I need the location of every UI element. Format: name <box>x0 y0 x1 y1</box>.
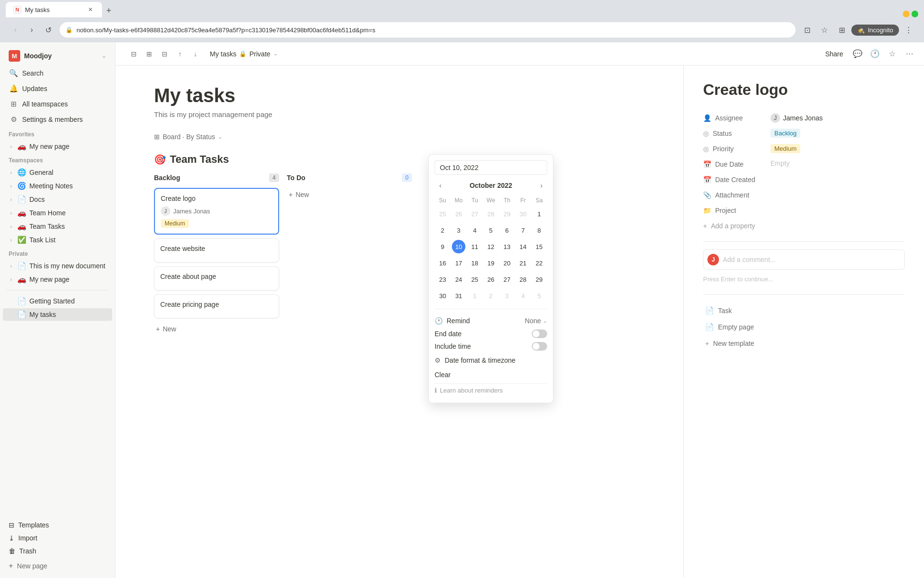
cal-day-2-2[interactable]: 11 <box>468 240 482 253</box>
browser-tab-active[interactable]: N My tasks ✕ <box>6 2 102 17</box>
date-input-field[interactable] <box>435 160 547 175</box>
more-options-button[interactable]: ⋯ <box>903 47 916 61</box>
star-button[interactable]: ☆ <box>817 22 832 38</box>
sidebar-item-search[interactable]: 🔍 Search <box>3 66 112 80</box>
cal-day-2-3[interactable]: 12 <box>484 240 498 253</box>
templates-button[interactable]: ⊟ Templates <box>3 519 112 531</box>
new-tab-button[interactable]: + <box>102 4 116 17</box>
incognito-button[interactable]: 🕵 Incognito <box>851 25 899 36</box>
reload-button[interactable]: ↺ <box>40 22 56 38</box>
clear-date-button[interactable]: Clear <box>435 368 547 381</box>
cal-day-4-5[interactable]: 28 <box>516 273 530 286</box>
remind-value-selector[interactable]: None ⌄ <box>525 317 547 325</box>
cal-day-0-0[interactable]: 25 <box>436 207 449 221</box>
option-empty-page[interactable]: 📄 Empty page <box>703 319 905 335</box>
status-value[interactable]: Backlog <box>770 129 905 138</box>
cal-day-2-6[interactable]: 15 <box>532 240 546 253</box>
card-create-about[interactable]: Create about page <box>154 266 279 290</box>
cal-day-1-5[interactable]: 7 <box>516 223 530 237</box>
option-new-template[interactable]: + New template <box>703 335 905 351</box>
comment-input-area[interactable]: J Add a comment... <box>703 250 905 270</box>
cal-day-2-5[interactable]: 14 <box>516 240 530 253</box>
cal-day-3-0[interactable]: 16 <box>436 256 449 270</box>
forward-button[interactable]: › <box>24 22 39 38</box>
cal-day-4-4[interactable]: 27 <box>500 273 513 286</box>
cal-day-4-2[interactable]: 25 <box>468 273 482 286</box>
cal-day-0-5[interactable]: 30 <box>516 207 530 221</box>
cal-day-0-2[interactable]: 27 <box>468 207 482 221</box>
cal-day-3-6[interactable]: 22 <box>532 256 546 270</box>
cal-day-1-0[interactable]: 2 <box>436 223 449 237</box>
sidebar-item-team-tasks[interactable]: › 🚗 Team Tasks <box>3 220 112 233</box>
extensions-button[interactable]: ⊞ <box>834 22 849 38</box>
cal-day-0-3[interactable]: 28 <box>484 207 498 221</box>
cal-day-4-3[interactable]: 26 <box>484 273 498 286</box>
cal-day-1-2[interactable]: 4 <box>468 223 482 237</box>
cal-day-1-1[interactable]: 3 <box>452 223 465 237</box>
cal-day-5-2[interactable]: 1 <box>468 289 482 302</box>
cal-day-1-3[interactable]: 5 <box>484 223 498 237</box>
priority-value[interactable]: Medium <box>770 144 905 153</box>
history-button[interactable]: 🕐 <box>868 47 882 61</box>
toggle-sidebar-button[interactable]: ⊟ <box>127 47 141 61</box>
minimize-button[interactable] <box>903 11 910 17</box>
cal-day-3-1[interactable]: 17 <box>452 256 465 270</box>
cal-day-1-4[interactable]: 6 <box>500 223 513 237</box>
cal-day-5-3[interactable]: 2 <box>484 289 498 302</box>
cal-day-3-5[interactable]: 21 <box>516 256 530 270</box>
date-format-row[interactable]: ⚙ Date format & timezone <box>435 353 547 368</box>
cal-day-0-1[interactable]: 26 <box>452 207 465 221</box>
learn-reminders-link[interactable]: ℹ Learn about reminders <box>435 383 547 397</box>
comment-button[interactable]: 💬 <box>851 47 864 61</box>
back-button[interactable]: ‹ <box>8 22 23 38</box>
sidebar-item-my-new-page-2[interactable]: › 🚗 My new page <box>3 273 112 286</box>
option-task[interactable]: 📄 Task <box>703 302 905 319</box>
maximize-button[interactable] <box>911 11 918 17</box>
due-date-value[interactable]: Empty <box>770 159 905 167</box>
sidebar-item-task-list[interactable]: › ✅ Task List <box>3 234 112 246</box>
nav-down-button[interactable]: ↓ <box>189 47 202 61</box>
cal-day-3-2[interactable]: 18 <box>468 256 482 270</box>
address-bar[interactable]: 🔒 notion.so/My-tasks-e6f34988812d420c875… <box>60 22 796 38</box>
cal-day-5-5[interactable]: 4 <box>516 289 530 302</box>
cal-day-2-4[interactable]: 13 <box>500 240 513 253</box>
card-create-pricing[interactable]: Create pricing page <box>154 294 279 318</box>
workspace-header[interactable]: M Moodjoy ⌄ <box>3 46 112 66</box>
favorite-button[interactable]: ☆ <box>886 47 899 61</box>
sidebar-item-general[interactable]: › 🌐 General <box>3 166 112 179</box>
sidebar-item-this-is-new-doc[interactable]: › 📄 This is my new document <box>3 260 112 272</box>
calendar-next-button[interactable]: › <box>536 180 547 191</box>
include-time-toggle[interactable] <box>532 342 547 351</box>
cal-day-5-6[interactable]: 5 <box>532 289 546 302</box>
sidebar-item-my-tasks[interactable]: 📄 My tasks <box>3 308 112 321</box>
sidebar-item-getting-started[interactable]: 📄 Getting Started <box>3 295 112 307</box>
tab-close-button[interactable]: ✕ <box>87 6 94 13</box>
more-button[interactable]: ⋮ <box>901 22 916 38</box>
cal-day-5-4[interactable]: 3 <box>500 289 513 302</box>
card-create-website[interactable]: Create website <box>154 238 279 263</box>
cal-day-3-3[interactable]: 19 <box>484 256 498 270</box>
trash-button[interactable]: 🗑 Trash <box>3 545 112 557</box>
layout-button[interactable]: ⊟ <box>158 47 171 61</box>
sidebar-item-meeting-notes[interactable]: › 🌀 Meeting Notes <box>3 180 112 192</box>
assignee-value[interactable]: J James Jonas <box>770 113 905 123</box>
cast-button[interactable]: ⊡ <box>799 22 815 38</box>
cal-day-5-1[interactable]: 31 <box>452 289 465 302</box>
import-button[interactable]: ⤓ Import <box>3 532 112 544</box>
cal-day-0-4[interactable]: 29 <box>500 207 513 221</box>
cal-day-4-1[interactable]: 24 <box>452 273 465 286</box>
expand-button[interactable]: ⊞ <box>142 47 156 61</box>
sidebar-item-updates[interactable]: 🔔 Updates <box>3 81 112 96</box>
todo-add-new-button[interactable]: + New <box>287 188 412 201</box>
sidebar-item-my-new-page[interactable]: › 🚗 My new page <box>3 140 112 153</box>
cal-day-1-6[interactable]: 8 <box>532 223 546 237</box>
backlog-add-new-button[interactable]: + New <box>154 322 279 336</box>
calendar-prev-button[interactable]: ‹ <box>435 180 446 191</box>
new-page-button[interactable]: + New page <box>0 558 115 574</box>
sidebar-item-docs[interactable]: › 📄 Docs <box>3 193 112 206</box>
cal-day-3-4[interactable]: 20 <box>500 256 513 270</box>
sidebar-item-all-teamspaces[interactable]: ⊞ All teamspaces <box>3 97 112 111</box>
nav-up-button[interactable]: ↑ <box>173 47 187 61</box>
cal-day-2-0[interactable]: 9 <box>436 240 449 253</box>
view-selector[interactable]: ⊞ Board · By Status ⌄ <box>154 130 645 144</box>
